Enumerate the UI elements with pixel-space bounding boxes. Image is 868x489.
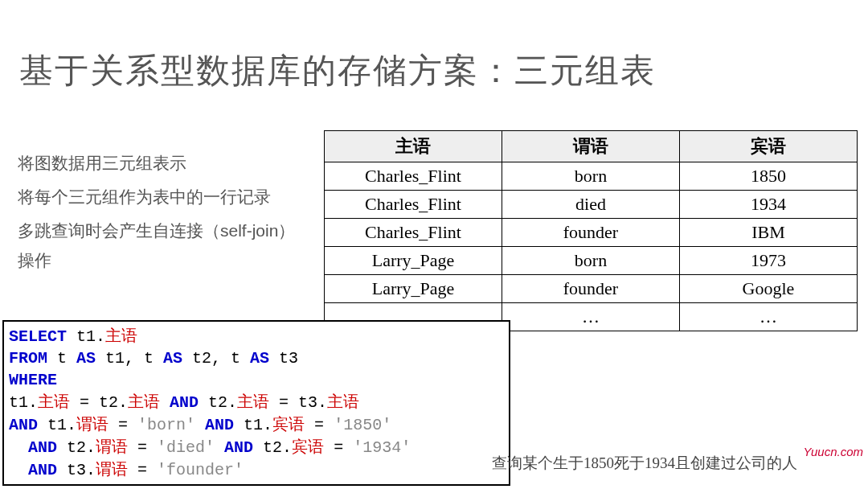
kw-as: AS [163, 349, 182, 368]
cell: 1850 [680, 162, 858, 191]
table-row: Charles_Flintdied1934 [325, 191, 858, 219]
table-row: Charles_Flintborn1850 [325, 162, 858, 191]
sql-code-box: SELECT t1.主语 FROM t AS t1, t AS t2, t AS… [2, 320, 510, 486]
cell: died [502, 191, 680, 219]
field-obj: 宾语 [272, 415, 305, 433]
txt: t2. [253, 438, 292, 457]
col-predicate: 谓语 [502, 131, 680, 162]
field-subj: 主语 [237, 392, 269, 410]
sql-caption: 查询某个生于1850死于1934且创建过公司的人 [492, 453, 797, 474]
field-obj: 宾语 [292, 438, 324, 455]
txt: t1. [38, 416, 76, 434]
bullet-item: 多跳查询时会产生自连接（self-join）操作 [18, 216, 299, 277]
table-row: Larry_PagefounderGoogle [325, 275, 858, 303]
cell: IBM [680, 219, 858, 247]
txt: = t2. [70, 393, 128, 412]
table-header-row: 主语 谓语 宾语 [325, 131, 858, 162]
txt: = [305, 416, 334, 434]
field-subj: 主语 [128, 392, 160, 410]
field-subj: 主语 [327, 392, 359, 410]
cell: Larry_Page [325, 275, 502, 303]
kw-and: AND [205, 416, 234, 434]
cell: Larry_Page [325, 247, 502, 275]
txt: = t3. [269, 393, 327, 412]
cell: … [680, 303, 858, 331]
txt: t2. [199, 393, 237, 412]
cell: Google [680, 275, 858, 303]
kw-and: AND [224, 438, 253, 457]
txt: t3 [269, 349, 298, 368]
txt: = [128, 438, 157, 457]
kw-and: AND [28, 461, 57, 479]
field-subj: 主语 [38, 392, 70, 410]
cell: … [502, 303, 680, 331]
cell: 1934 [680, 191, 858, 219]
col-object: 宾语 [680, 131, 858, 162]
cell: founder [502, 219, 680, 247]
txt: t [47, 349, 76, 368]
kw-and: AND [9, 416, 38, 434]
cell: born [502, 162, 680, 191]
cell: Charles_Flint [325, 162, 502, 191]
str: 'born' [137, 416, 195, 434]
field-pred: 谓语 [96, 460, 128, 478]
watermark: Yuucn.com [804, 445, 863, 458]
txt: = [324, 438, 353, 457]
txt: = [128, 461, 157, 479]
kw-as: AS [76, 349, 96, 368]
cell: 1973 [680, 247, 858, 275]
cell: Charles_Flint [325, 191, 502, 219]
cell: Charles_Flint [325, 219, 502, 247]
kw-and: AND [28, 438, 57, 457]
str: '1850' [334, 416, 391, 434]
txt: t2, t [182, 349, 250, 368]
str: 'founder' [157, 461, 244, 479]
txt: t1. [9, 393, 38, 412]
txt: t1. [234, 416, 272, 434]
kw-and: AND [170, 393, 199, 412]
kw-where: WHERE [9, 371, 57, 389]
str: '1934' [353, 438, 411, 457]
str: 'died' [157, 438, 215, 457]
txt: t3. [57, 461, 96, 479]
txt: t1, t [96, 349, 163, 368]
kw-select: SELECT [9, 327, 67, 346]
field-subj: 主语 [105, 327, 137, 344]
cell: founder [502, 275, 680, 303]
triple-table: 主语 谓语 宾语 Charles_Flintborn1850 Charles_F… [324, 130, 858, 331]
kw-from: FROM [9, 349, 47, 368]
txt: t2. [57, 438, 96, 457]
slide-title: 基于关系型数据库的存储方案：三元组表 [19, 48, 656, 93]
txt: t1. [67, 327, 105, 346]
field-pred: 谓语 [76, 415, 108, 433]
kw-as: AS [250, 349, 269, 368]
table-row: Charles_FlintfounderIBM [325, 219, 858, 247]
table-row: Larry_Pageborn1973 [325, 247, 858, 275]
bullet-item: 将每个三元组作为表中的一行记录 [18, 182, 299, 212]
bullet-list: 将图数据用三元组表示 将每个三元组作为表中的一行记录 多跳查询时会产生自连接（s… [18, 148, 299, 279]
cell: born [502, 247, 680, 275]
col-subject: 主语 [325, 131, 502, 162]
bullet-item: 将图数据用三元组表示 [18, 148, 299, 179]
txt: = [108, 416, 137, 434]
slide: 基于关系型数据库的存储方案：三元组表 将图数据用三元组表示 将每个三元组作为表中… [0, 0, 868, 489]
field-pred: 谓语 [96, 438, 128, 455]
